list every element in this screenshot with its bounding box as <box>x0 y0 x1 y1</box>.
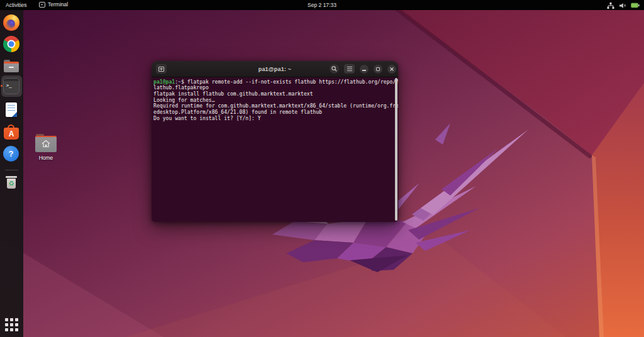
focused-app-menu[interactable]: Terminal <box>39 1 68 8</box>
help-icon: ? <box>3 146 19 162</box>
maximize-button[interactable] <box>374 65 382 74</box>
home-folder-desktop-icon[interactable]: Home <box>34 134 58 161</box>
libreoffice-writer-icon <box>3 102 19 118</box>
volume-muted-icon <box>619 3 626 9</box>
terminal-output-line: edesktop.Platform/x86_64/21.08) found in… <box>153 109 397 116</box>
dock-item-firefox[interactable] <box>3 14 19 31</box>
terminal-command-line: pa1@pa1:~$ flatpak remote-add --if-not-e… <box>153 79 397 86</box>
hamburger-icon <box>347 67 352 71</box>
ubuntu-software-icon: A <box>3 124 19 140</box>
system-status-menu[interactable] <box>607 3 640 9</box>
show-applications-button[interactable] <box>5 318 18 331</box>
terminal-titlebar[interactable]: pa1@pa1: ~ <box>152 61 398 77</box>
dock-item-trash[interactable]: ♻ <box>3 174 19 191</box>
terminal-running-indicator <box>1 85 3 87</box>
firefox-icon <box>3 14 19 31</box>
dock-item-chrome[interactable] <box>3 36 19 52</box>
terminal-output-line: lathub.flatpakrepo <box>153 85 397 91</box>
chrome-icon <box>3 36 19 52</box>
dock-divider <box>5 170 18 170</box>
dock-item-ubuntu-software[interactable]: A <box>3 124 19 140</box>
terminal-scrollbar[interactable] <box>395 78 397 221</box>
search-icon <box>331 66 337 72</box>
trash-icon: ♻ <box>3 174 19 191</box>
close-button[interactable] <box>387 65 396 74</box>
terminal-output-line: flatpak install flathub com.github.markt… <box>153 91 397 97</box>
files-icon <box>3 58 19 74</box>
home-folder-label: Home <box>34 155 58 161</box>
terminal-output-line: Do you want to install it? [Y/n]: Y <box>153 116 397 122</box>
dock-item-files[interactable] <box>3 58 19 74</box>
battery-icon <box>631 3 640 8</box>
clock-button[interactable]: Sep 2 17:33 <box>308 2 336 8</box>
minimize-icon <box>362 70 366 71</box>
wired-network-icon <box>607 3 614 9</box>
top-bar: Activities Terminal Sep 2 17:33 <box>0 0 644 10</box>
activities-button[interactable]: Activities <box>6 2 27 8</box>
terminal-content[interactable]: pa1@pa1:~$ flatpak remote-add --if-not-e… <box>152 77 398 222</box>
dock-item-libreoffice-writer[interactable] <box>3 102 19 118</box>
ubuntu-desktop: Activities Terminal Sep 2 17:33 <box>0 0 644 337</box>
terminal-output-line: Required runtime for com.github.marktext… <box>153 103 397 109</box>
focused-app-label: Terminal <box>48 1 68 8</box>
terminal-app-icon <box>39 2 45 8</box>
close-icon <box>389 67 394 72</box>
terminal-icon: >_ <box>3 78 19 94</box>
maximize-icon <box>376 67 380 71</box>
dock: >_ A ? ♻ <box>0 10 23 337</box>
home-folder-icon <box>35 134 57 152</box>
minimize-button[interactable] <box>360 65 369 74</box>
terminal-output-line: Looking for matches… <box>153 97 397 104</box>
terminal-window: pa1@pa1: ~ pa1@pa1 <box>152 61 398 222</box>
menu-button[interactable] <box>344 64 355 74</box>
dock-item-terminal[interactable]: >_ <box>3 78 19 94</box>
search-button[interactable] <box>330 64 339 74</box>
dock-item-help[interactable]: ? <box>3 146 19 162</box>
